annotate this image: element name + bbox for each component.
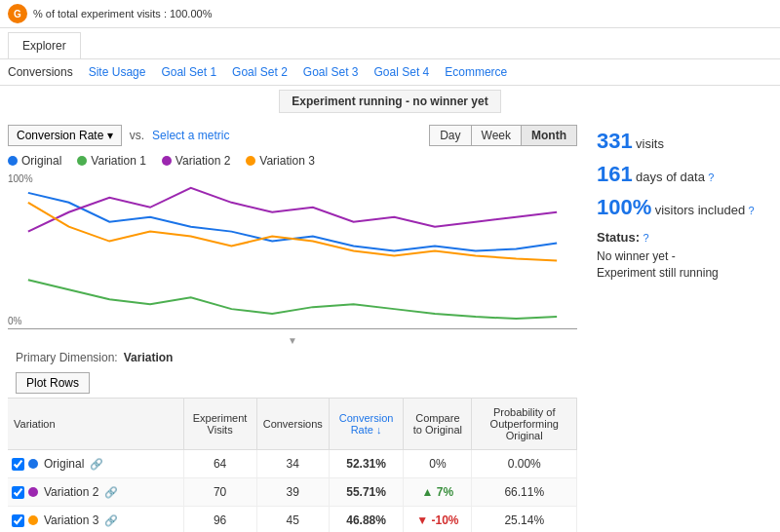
visits-number: 331 xyxy=(597,129,633,153)
primary-dimension-label: Primary Dimension: xyxy=(16,351,118,364)
variation1-dot xyxy=(77,156,87,166)
variation-cell: Variation 3 🔗 xyxy=(8,507,183,533)
day-btn[interactable]: Day xyxy=(430,126,471,145)
variation3-dot xyxy=(246,156,255,166)
nav-goal-set-3[interactable]: Goal Set 3 xyxy=(303,65,359,79)
compare-value: 0% xyxy=(429,457,446,471)
status-help-icon[interactable]: ? xyxy=(643,232,648,244)
th-conversions: Conversions xyxy=(256,399,329,450)
chart-legend: Original Variation 1 Variation 2 Variati… xyxy=(8,154,577,168)
status-label: Status: xyxy=(597,230,640,245)
primary-dimension-value: Variation xyxy=(124,351,174,364)
var-color-dot xyxy=(28,487,38,497)
conv-rate-cell: 46.88% xyxy=(329,507,403,533)
primary-dimension: Primary Dimension: Variation xyxy=(8,347,577,368)
compare-cell: ▼ -10% xyxy=(404,507,472,533)
nav-conversions[interactable]: Conversions xyxy=(8,65,73,79)
table-section: Variation Experiment Visits Conversions … xyxy=(8,398,577,532)
prob-value: 25.14% xyxy=(504,513,544,527)
th-variation: Variation xyxy=(8,399,183,450)
var-color-dot xyxy=(28,459,38,469)
status-text: No winner yet -Experiment still running xyxy=(597,248,768,282)
th-compare: Compare to Original xyxy=(404,399,472,450)
banner-text: Experiment running - no winner yet xyxy=(279,90,500,113)
conv-rate-value: 55.71% xyxy=(346,485,386,499)
plot-rows-button[interactable]: Plot Rows xyxy=(16,372,90,394)
exp-visits-cell: 96 xyxy=(183,507,256,533)
legend-original-label: Original xyxy=(21,154,61,168)
visits-stat: 331 visits xyxy=(597,129,768,154)
week-btn[interactable]: Week xyxy=(472,126,522,145)
compare-value: ▼ -10% xyxy=(416,513,458,527)
status-section: Status: ? No winner yet -Experiment stil… xyxy=(597,230,768,282)
original-dot xyxy=(8,156,18,166)
prob-cell: 25.14% xyxy=(472,507,577,533)
nav-site-usage[interactable]: Site Usage xyxy=(89,65,146,79)
top-bar: G % of total experiment visits : 100.00% xyxy=(0,0,780,28)
th-prob: Probability of Outperforming Original xyxy=(472,399,577,450)
variation-cell: Original 🔗 xyxy=(8,450,183,478)
link-icon[interactable]: 🔗 xyxy=(90,458,103,471)
nav-goal-set-2[interactable]: Goal Set 2 xyxy=(232,65,288,79)
top-bar-label: % of total experiment visits : 100.00% xyxy=(33,8,212,19)
prob-cell: 0.00% xyxy=(472,450,577,478)
compare-value: ▲ 7% xyxy=(422,485,454,499)
data-table: Variation Experiment Visits Conversions … xyxy=(8,399,577,532)
row-checkbox[interactable] xyxy=(12,458,24,471)
conv-rate-value: 46.88% xyxy=(346,513,386,527)
legend-variation1: Variation 1 xyxy=(77,154,145,168)
th-conv-rate[interactable]: Conversion Rate ↓ xyxy=(329,399,403,450)
tab-bar: Explorer xyxy=(0,28,780,59)
y-axis-top: 100% xyxy=(8,173,33,184)
pct-label: visitors included xyxy=(655,203,746,217)
prob-value: 0.00% xyxy=(508,457,541,471)
exp-visits-cell: 70 xyxy=(183,478,256,507)
chart-section: Conversion Rate vs. Select a metric Day … xyxy=(0,117,585,532)
conv-rate-cell: 55.71% xyxy=(329,478,403,507)
days-number: 161 xyxy=(597,162,633,186)
legend-variation3-label: Variation 3 xyxy=(259,154,314,168)
legend-variation2-label: Variation 2 xyxy=(176,154,230,168)
conversions-cell: 39 xyxy=(256,478,329,507)
pct-help-icon[interactable]: ? xyxy=(748,205,754,216)
conv-rate-value: 52.31% xyxy=(346,457,386,471)
conversions-cell: 45 xyxy=(256,507,329,533)
pct-stat: 100% visitors included ? xyxy=(597,195,768,220)
ga-icon: G xyxy=(8,4,27,23)
variation-cell: Variation 2 🔗 xyxy=(8,478,183,507)
chart-controls: Conversion Rate vs. Select a metric Day … xyxy=(8,125,577,146)
days-stat: 161 days of data ? xyxy=(597,162,768,187)
scroll-arrow: ▼ xyxy=(288,335,297,346)
exp-visits-cell: 64 xyxy=(183,450,256,478)
legend-variation3: Variation 3 xyxy=(246,154,314,168)
legend-variation2: Variation 2 xyxy=(162,154,230,168)
vs-text: vs. xyxy=(130,129,144,142)
var-color-dot xyxy=(28,515,38,525)
row-checkbox[interactable] xyxy=(12,486,24,499)
table-row: Variation 2 🔗 703955.71%▲ 7%66.11% xyxy=(8,478,577,507)
days-help-icon[interactable]: ? xyxy=(708,171,714,183)
legend-variation1-label: Variation 1 xyxy=(91,154,145,168)
nav-goal-set-1[interactable]: Goal Set 1 xyxy=(161,65,216,79)
select-metric[interactable]: Select a metric xyxy=(152,129,229,142)
experiment-banner: Experiment running - no winner yet xyxy=(0,86,780,117)
month-btn[interactable]: Month xyxy=(522,126,576,145)
scrollbar-hint: ▼ xyxy=(8,333,577,347)
conversions-cell: 34 xyxy=(256,450,329,478)
nav-goal-set-4[interactable]: Goal Set 4 xyxy=(374,65,430,79)
chart-area: 100% 0% xyxy=(8,173,577,329)
days-label: days of data xyxy=(636,170,705,184)
tab-explorer[interactable]: Explorer xyxy=(8,32,81,58)
link-icon[interactable]: 🔗 xyxy=(104,486,118,499)
compare-cell: ▲ 7% xyxy=(404,478,472,507)
nav-ecommerce[interactable]: Ecommerce xyxy=(445,65,507,79)
right-stats: 331 visits 161 days of data ? 100% visit… xyxy=(585,117,780,532)
chart-svg xyxy=(8,173,577,328)
table-row: Original 🔗 643452.31%0%0.00% xyxy=(8,450,577,478)
prob-cell: 66.11% xyxy=(472,478,577,507)
metric-dropdown[interactable]: Conversion Rate xyxy=(8,125,122,146)
row-checkbox[interactable] xyxy=(12,514,24,527)
th-exp-visits: Experiment Visits xyxy=(183,399,256,450)
variation-name: Variation 2 xyxy=(44,485,98,499)
link-icon[interactable]: 🔗 xyxy=(104,514,118,527)
